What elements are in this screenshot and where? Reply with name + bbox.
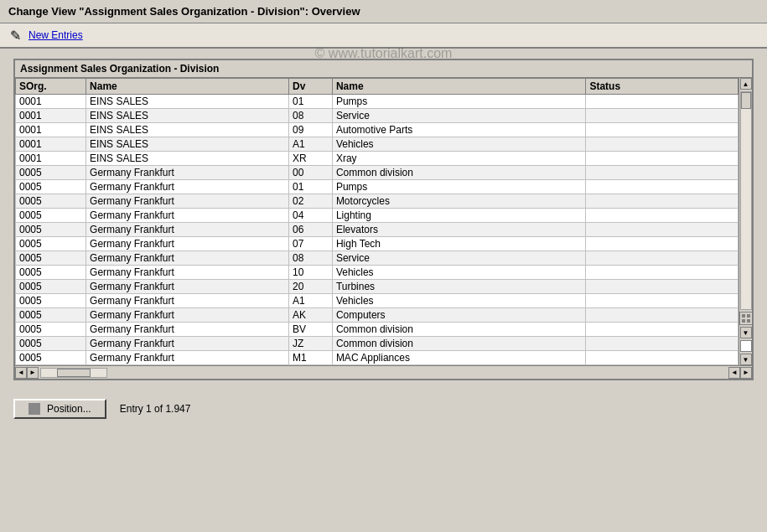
table-cell: Germany Frankfurt xyxy=(86,166,289,180)
table-row[interactable]: 0001EINS SALESA1Vehicles xyxy=(16,137,738,152)
entry-info: Entry 1 of 1.947 xyxy=(120,403,191,415)
table-cell: Germany Frankfurt xyxy=(86,323,289,337)
data-table: SOrg. Name Dv Name Status 0001EINS SALES… xyxy=(15,78,738,365)
table-row[interactable]: 0005Germany FrankfurtM1MAC Appliances xyxy=(16,351,738,365)
table-cell xyxy=(586,337,738,351)
table-row[interactable]: 0005Germany Frankfurt04Lighting xyxy=(16,209,738,223)
table-row[interactable]: 0005Germany Frankfurt08Service xyxy=(16,251,738,266)
vertical-scrollbar[interactable]: ▲ ▼ ▼ xyxy=(738,78,752,365)
table-cell xyxy=(586,109,738,123)
table-row[interactable]: 0005Germany Frankfurt02Motorcycles xyxy=(16,194,738,209)
table-row[interactable]: 0005Germany Frankfurt06Elevators xyxy=(16,223,738,237)
col-sorg: SOrg. xyxy=(16,79,86,95)
table-cell xyxy=(586,294,738,308)
table-cell: 0005 xyxy=(16,351,86,365)
table-cell: Germany Frankfurt xyxy=(86,266,289,280)
table-cell: Germany Frankfurt xyxy=(86,308,289,323)
new-entries-button[interactable]: New Entries xyxy=(29,29,83,41)
horiz-scroll-right-btn[interactable]: ► xyxy=(740,367,752,379)
table-cell: 0005 xyxy=(16,280,86,294)
table-cell: Pumps xyxy=(332,95,586,109)
table-cell: Germany Frankfurt xyxy=(86,237,289,251)
horiz-scroll-thumb[interactable] xyxy=(57,369,91,377)
table-cell xyxy=(586,95,738,109)
table-cell xyxy=(586,194,738,209)
table-cell xyxy=(586,323,738,337)
table-cell: Common division xyxy=(332,337,586,351)
table-cell xyxy=(586,237,738,251)
table-cell: 0005 xyxy=(16,223,86,237)
table-cell: M1 xyxy=(289,351,333,365)
scroll-down-btn[interactable]: ▼ xyxy=(740,327,752,338)
table-cell: Germany Frankfurt xyxy=(86,351,289,365)
table-row[interactable]: 0005Germany Frankfurt01Pumps xyxy=(16,180,738,194)
table-cell: 0005 xyxy=(16,166,86,180)
panel-header: Assignment Sales Organization - Division xyxy=(15,60,752,78)
table-cell: EINS SALES xyxy=(86,152,289,166)
position-btn-label: Position... xyxy=(47,403,91,415)
table-cell: 0001 xyxy=(16,137,86,152)
table-row[interactable]: 0001EINS SALES09Automotive Parts xyxy=(16,123,738,137)
table-cell: MAC Appliances xyxy=(332,351,586,365)
checkbox-area[interactable] xyxy=(740,340,752,352)
table-cell: Service xyxy=(332,109,586,123)
table-cell: AK xyxy=(289,308,333,323)
table-cell: 0001 xyxy=(16,152,86,166)
scroll-down-btn2[interactable]: ▼ xyxy=(740,354,752,365)
table-cell: Germany Frankfurt xyxy=(86,209,289,223)
toolbar: ✎ New Entries xyxy=(0,23,767,49)
table-cell xyxy=(586,180,738,194)
table-cell: Xray xyxy=(332,152,586,166)
table-cell: EINS SALES xyxy=(86,123,289,137)
table-cell: Germany Frankfurt xyxy=(86,280,289,294)
position-button[interactable]: Position... xyxy=(13,399,106,419)
table-row[interactable]: 0005Germany FrankfurtA1Vehicles xyxy=(16,294,738,308)
table-row[interactable]: 0005Germany Frankfurt20Turbines xyxy=(16,280,738,294)
table-cell: 02 xyxy=(289,194,333,209)
horiz-scroll-track[interactable] xyxy=(40,368,107,378)
table-row[interactable]: 0005Germany Frankfurt10Vehicles xyxy=(16,266,738,280)
svg-rect-2 xyxy=(742,319,745,323)
horiz-scroll-left-btn2[interactable]: ◄ xyxy=(728,367,740,379)
table-row[interactable]: 0001EINS SALES08Service xyxy=(16,109,738,123)
col-name1: Name xyxy=(86,79,289,95)
scroll-up-btn[interactable]: ▲ xyxy=(740,78,752,90)
table-cell: 0005 xyxy=(16,308,86,323)
scroll-track[interactable] xyxy=(740,91,752,310)
table-cell xyxy=(586,266,738,280)
scroll-thumb[interactable] xyxy=(741,92,751,109)
table-cell: 0005 xyxy=(16,180,86,194)
table-cell: 0005 xyxy=(16,266,86,280)
table-cell: XR xyxy=(289,152,333,166)
table-row[interactable]: 0005Germany FrankfurtBVCommon division xyxy=(16,323,738,337)
table-cell: 0001 xyxy=(16,109,86,123)
table-scroll-area[interactable]: SOrg. Name Dv Name Status 0001EINS SALES… xyxy=(15,78,738,365)
table-cell xyxy=(586,351,738,365)
table-cell: 09 xyxy=(289,123,333,137)
table-cell: 0005 xyxy=(16,237,86,251)
table-row[interactable]: 0005Germany FrankfurtAKComputers xyxy=(16,308,738,323)
table-cell xyxy=(586,123,738,137)
table-cell xyxy=(586,137,738,152)
table-cell: High Tech xyxy=(332,237,586,251)
horiz-scroll-right-btn2[interactable]: ► xyxy=(27,367,39,379)
col-select-icon[interactable] xyxy=(739,312,753,325)
table-cell: 20 xyxy=(289,280,333,294)
table-cell: Vehicles xyxy=(332,294,586,308)
table-cell: Pumps xyxy=(332,180,586,194)
table-cell xyxy=(586,223,738,237)
table-cell: 08 xyxy=(289,109,333,123)
table-cell: EINS SALES xyxy=(86,137,289,152)
table-cell: 0001 xyxy=(16,95,86,109)
table-cell: Germany Frankfurt xyxy=(86,337,289,351)
table-row[interactable]: 0005Germany FrankfurtJZCommon division xyxy=(16,337,738,351)
position-btn-icon xyxy=(29,403,40,415)
horiz-scroll-left-btn[interactable]: ◄ xyxy=(15,367,27,379)
table-row[interactable]: 0005Germany Frankfurt07High Tech xyxy=(16,237,738,251)
new-entries-icon: ✎ xyxy=(7,27,23,44)
table-row[interactable]: 0005Germany Frankfurt00Common division xyxy=(16,166,738,180)
horizontal-scrollbar[interactable]: ◄ ► ◄ ► xyxy=(15,365,752,379)
table-cell: Elevators xyxy=(332,223,586,237)
table-row[interactable]: 0001EINS SALESXRXray xyxy=(16,152,738,166)
table-row[interactable]: 0001EINS SALES01Pumps xyxy=(16,95,738,109)
